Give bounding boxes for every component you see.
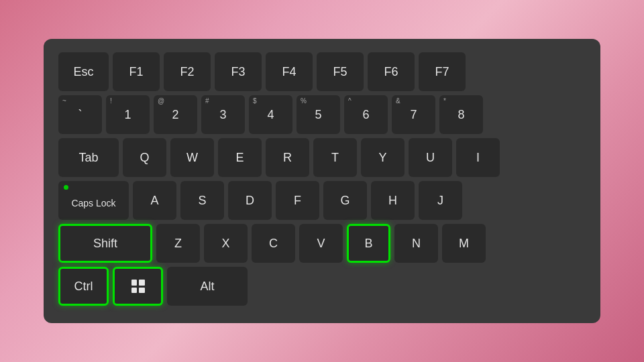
key-q[interactable]: Q xyxy=(123,138,166,177)
key-esc[interactable]: Esc xyxy=(58,52,109,91)
num-row: ~ ` ! 1 @ 2 # 3 $ 4 % 5 ^ 6 & 7 xyxy=(58,95,586,134)
bottom-row: Ctrl Alt xyxy=(58,267,586,306)
key-f7[interactable]: F7 xyxy=(419,52,466,91)
key-u[interactable]: U xyxy=(409,138,452,177)
key-8[interactable]: * 8 xyxy=(439,95,483,134)
key-f1[interactable]: F1 xyxy=(113,52,160,91)
key-ctrl[interactable]: Ctrl xyxy=(58,267,109,306)
key-f4[interactable]: F4 xyxy=(266,52,313,91)
key-7[interactable]: & 7 xyxy=(392,95,435,134)
key-m[interactable]: M xyxy=(442,224,486,263)
key-n[interactable]: N xyxy=(394,224,438,263)
key-2[interactable]: @ 2 xyxy=(154,95,197,134)
key-z[interactable]: Z xyxy=(156,224,200,263)
key-f6[interactable]: F6 xyxy=(368,52,415,91)
key-c[interactable]: C xyxy=(252,224,295,263)
key-1[interactable]: ! 1 xyxy=(106,95,150,134)
key-j[interactable]: J xyxy=(419,181,462,220)
qwerty-row: Tab Q W E R T Y U I xyxy=(58,138,586,177)
key-f[interactable]: F xyxy=(276,181,319,220)
key-a[interactable]: A xyxy=(133,181,176,220)
key-f2[interactable]: F2 xyxy=(164,52,211,91)
asdf-row: Caps Lock A S D F G H J xyxy=(58,181,586,220)
key-h[interactable]: H xyxy=(371,181,415,220)
key-tab[interactable]: Tab xyxy=(58,138,119,177)
zxcv-row: Shift Z X C V B N M xyxy=(58,224,586,263)
key-v[interactable]: V xyxy=(299,224,343,263)
key-x[interactable]: X xyxy=(204,224,248,263)
key-shift[interactable]: Shift xyxy=(58,224,152,263)
key-i[interactable]: I xyxy=(456,138,500,177)
key-r[interactable]: R xyxy=(266,138,309,177)
key-f3[interactable]: F3 xyxy=(215,52,262,91)
key-alt[interactable]: Alt xyxy=(167,267,248,306)
key-6[interactable]: ^ 6 xyxy=(344,95,388,134)
key-f5[interactable]: F5 xyxy=(317,52,364,91)
key-d[interactable]: D xyxy=(228,181,272,220)
key-s[interactable]: S xyxy=(180,181,224,220)
keyboard: Esc F1 F2 F3 F4 F5 F6 F7 ~ ` ! 1 @ 2 # 3… xyxy=(44,39,600,323)
key-win[interactable] xyxy=(113,267,163,306)
key-3[interactable]: # 3 xyxy=(201,95,245,134)
key-g[interactable]: G xyxy=(323,181,367,220)
key-grave[interactable]: ~ ` xyxy=(58,95,102,134)
key-y[interactable]: Y xyxy=(361,138,405,177)
key-t[interactable]: T xyxy=(313,138,357,177)
key-caps-lock[interactable]: Caps Lock xyxy=(58,181,129,220)
key-w[interactable]: W xyxy=(170,138,214,177)
windows-icon xyxy=(131,280,145,293)
key-b[interactable]: B xyxy=(347,224,390,263)
key-4[interactable]: $ 4 xyxy=(249,95,292,134)
fn-row: Esc F1 F2 F3 F4 F5 F6 F7 xyxy=(58,52,586,91)
key-e[interactable]: E xyxy=(218,138,262,177)
key-5[interactable]: % 5 xyxy=(297,95,340,134)
